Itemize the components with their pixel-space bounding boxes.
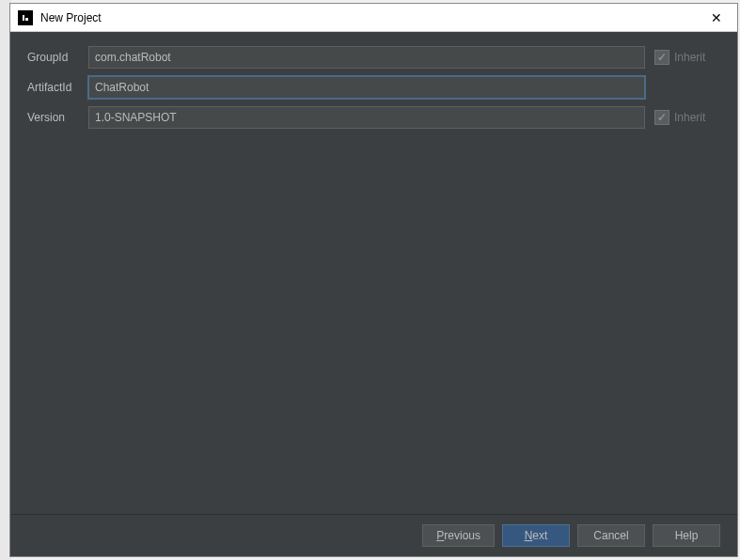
version-row: Version Inherit [27,106,720,129]
groupid-inherit-label: Inherit [674,51,705,64]
svg-rect-2 [25,18,28,21]
button-bar: Previous Next Cancel Help [10,514,737,556]
version-inherit: Inherit [654,110,720,125]
next-button-rest: ext [532,529,547,542]
dialog-body: GroupId Inherit ArtifactId Version In [10,32,737,556]
cancel-button[interactable]: Cancel [577,524,645,547]
groupid-inherit-checkbox[interactable] [654,50,669,65]
version-label: Version [27,111,79,124]
new-project-dialog: New Project ✕ GroupId Inherit ArtifactId [9,3,738,557]
close-button[interactable]: ✕ [695,4,737,32]
help-button[interactable]: Help [653,524,720,547]
titlebar: New Project ✕ [10,4,737,32]
window-title: New Project [40,11,695,24]
artifactid-label: ArtifactId [27,81,79,94]
version-inherit-label: Inherit [674,111,705,124]
artifactid-row: ArtifactId [27,76,720,99]
svg-rect-1 [23,15,24,21]
app-icon [18,10,33,25]
previous-button[interactable]: Previous [422,524,495,547]
groupid-label: GroupId [27,51,79,64]
previous-button-rest: revious [444,529,480,542]
next-button[interactable]: Next [502,524,570,547]
groupid-input[interactable] [88,46,645,69]
groupid-row: GroupId Inherit [27,46,720,69]
form-area: GroupId Inherit ArtifactId Version In [10,32,737,514]
artifactid-input[interactable] [88,76,645,99]
version-input[interactable] [88,106,645,129]
groupid-inherit: Inherit [654,50,720,65]
version-inherit-checkbox[interactable] [654,110,669,125]
